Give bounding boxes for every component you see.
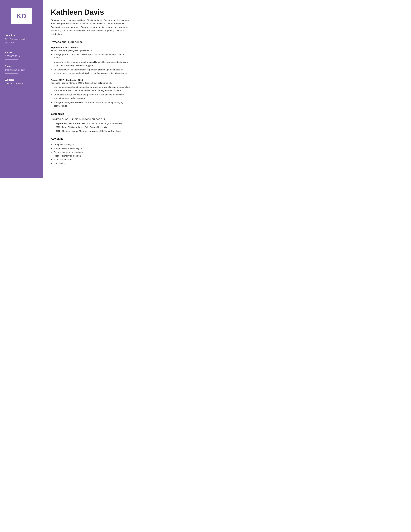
phone-divider	[5, 59, 18, 60]
education-header: Education	[51, 112, 130, 115]
email-section: Email email@example.com	[5, 65, 38, 74]
list-item: Product strategy and design	[54, 154, 130, 158]
phone-label: Phone	[5, 51, 38, 54]
key-skills-section: Key skills Competitive analysis Market r…	[51, 137, 130, 165]
list-item: Led market research and competitive anal…	[54, 86, 130, 92]
professional-experience-section: Professional Experience September 2019 –…	[51, 40, 130, 108]
website-section: Website LinkedIn | Portfolio	[5, 78, 38, 85]
job-1-title: Product Manager | Walgreens | Deerfield,…	[51, 49, 130, 52]
list-item: Managed a budget of $300,000 for market …	[54, 101, 130, 108]
professional-experience-title: Professional Experience	[51, 40, 83, 44]
edu-school: UNIVERSITY OF ILLINOIS CHICAGO | Chicago…	[51, 118, 130, 120]
sidebar: KD Location City, State Abbreviation Zip…	[0, 0, 43, 178]
website-label: Website	[5, 78, 38, 81]
education-line	[66, 114, 130, 114]
location-divider	[5, 46, 18, 46]
list-item: Product roadmap development	[54, 150, 130, 154]
education-section: Education UNIVERSITY OF ILLINOIS CHICAGO…	[51, 112, 130, 133]
edu-degree-3: 2018 | Certified Product Manager, Univer…	[56, 129, 130, 133]
list-item: Conducted surveys and focus groups with …	[54, 93, 130, 100]
email-value: email@example.com	[5, 68, 38, 72]
list-item: Improve over-the-counter product profita…	[54, 60, 130, 67]
edu-degree-2: 2019 | Lean Six Sigma Green Belt, Purdue…	[56, 125, 130, 129]
list-item: Market research and analysis	[54, 147, 130, 150]
resume-summary: Strategic product manager and Lean Six S…	[51, 19, 130, 36]
edu-degrees: September 2013 – June 2017 | Bachelor of…	[56, 122, 130, 133]
sidebar-contact: Location City, State Abbreviation Zip Co…	[0, 24, 43, 95]
location-section: Location City, State Abbreviation Zip Co…	[5, 34, 38, 46]
list-item: User testing	[54, 162, 130, 165]
education-title: Education	[51, 112, 64, 115]
website-value: LinkedIn | Portfolio	[5, 82, 38, 85]
location-label: Location	[5, 34, 38, 37]
job-1: September 2019 – present Product Manager…	[51, 46, 130, 75]
avatar-box: KD	[11, 8, 32, 24]
key-skills-title: Key skills	[51, 137, 63, 140]
key-skills-header: Key skills	[51, 137, 130, 140]
phone-value: (123) 456-7890	[5, 55, 38, 58]
list-item: Manage product lifecycle from concept to…	[54, 53, 130, 60]
professional-experience-header: Professional Experience	[51, 40, 130, 44]
phone-section: Phone (123) 456-7890	[5, 51, 38, 60]
job-2-date: August 2017 – September 2019	[51, 79, 130, 81]
professional-experience-line	[85, 42, 130, 42]
job-1-bullets: Manage product lifecycle from concept to…	[54, 53, 130, 75]
job-2-bullets: Led market research and competitive anal…	[54, 86, 130, 108]
job-1-date: September 2019 – present	[51, 46, 130, 49]
skills-list: Competitive analysis Market research and…	[54, 143, 130, 165]
job-2-title: Associate Product Manager | Ultra Beauty…	[51, 82, 130, 84]
resume-name: Kathleen Davis	[51, 8, 130, 16]
list-item: Competitive analysis	[54, 143, 130, 147]
job-2: August 2017 – September 2019 Associate P…	[51, 79, 130, 108]
list-item: Collaborate with the support team to pri…	[54, 68, 130, 75]
location-value: City, State Abbreviation Zip Code	[5, 38, 38, 44]
email-divider	[5, 73, 18, 74]
edu-degree-1: September 2013 – June 2017 | Bachelor of…	[56, 122, 130, 125]
avatar-initials: KD	[17, 12, 26, 20]
main-content: Kathleen Davis Strategic product manager…	[43, 0, 137, 178]
email-label: Email	[5, 65, 38, 67]
list-item: Team collaboration	[54, 158, 130, 162]
key-skills-line	[65, 139, 130, 139]
